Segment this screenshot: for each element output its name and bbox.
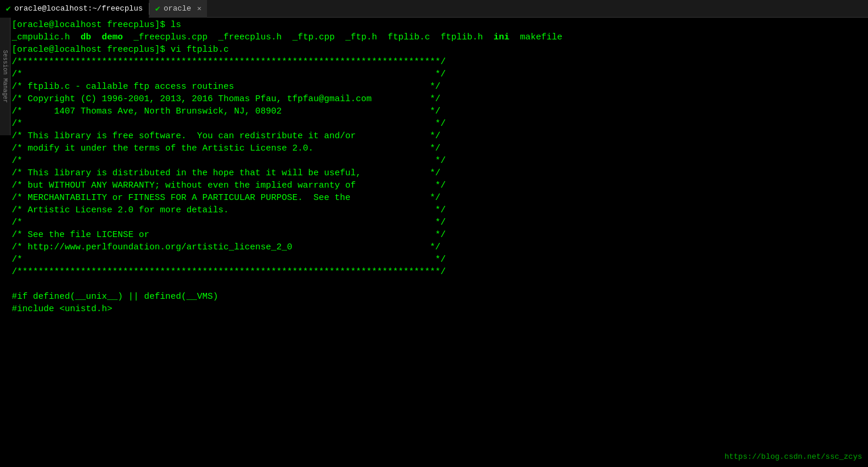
close-icon[interactable]: ✕ [197,4,201,13]
terminal-line: /* */ [12,155,866,167]
terminal-line: [oracle@localhost freecplus]$ vi ftplib.… [12,44,866,56]
terminal-line: /* MERCHANTABILITY or FITNESS FOR A PART… [12,192,866,204]
terminal-line: /* modify it under the terms of the Arti… [12,142,866,155]
tab-bar: ✔ oracle@localhost:~/freecplus ✔ oracle … [0,0,868,18]
terminal-line: /* */ [12,253,866,266]
tab-label-oracle: oracle [163,4,191,13]
terminal-line: [oracle@localhost freecplus]$ ls [12,19,866,31]
terminal-line: /***************************************… [12,266,866,278]
terminal-line: /* This library is free software. You ca… [12,130,866,142]
terminal-content[interactable]: [oracle@localhost freecplus]$ ls _cmpubl… [0,18,868,467]
terminal-line: /* http://www.perlfoundation.org/artisti… [12,241,866,253]
terminal-line: /* */ [12,216,866,229]
terminal-line: /* 1407 Thomas Ave, North Brunswick, NJ,… [12,105,866,118]
session-manager-label: Session Manager [0,18,11,135]
terminal-line: /* This library is distributed in the ho… [12,167,866,179]
terminal-line: /* */ [12,118,866,130]
terminal-line: #include <unistd.h> [12,303,866,315]
terminal-line: /* but WITHOUT ANY WARRANTY; without eve… [12,179,866,192]
terminal-line [12,278,866,291]
tab-oracle[interactable]: ✔ oracle ✕ [149,0,207,18]
tab-freecplus[interactable]: ✔ oracle@localhost:~/freecplus [0,0,149,18]
terminal-line: /***************************************… [12,56,866,68]
terminal-line: /* Copyright (C) 1996-2001, 2013, 2016 T… [12,93,866,105]
tab-label-freecplus: oracle@localhost:~/freecplus [14,4,142,13]
terminal-line: /* Artistic License 2.0 for more details… [12,204,866,216]
tab-check-icon: ✔ [6,4,11,14]
terminal-line: /* */ [12,68,866,81]
terminal-line: /* See the file LICENSE or */ [12,229,866,241]
terminal-line: #if defined(__unix__) || defined(__VMS) [12,291,866,303]
terminal-line: /* ftplib.c - callable ftp access routin… [12,81,866,93]
watermark: https://blog.csdn.net/ssc_zcys [725,452,862,461]
terminal-line: _cmpublic.h db demo _freecplus.cpp _free… [12,31,866,44]
tab-check-icon-2: ✔ [155,4,160,14]
